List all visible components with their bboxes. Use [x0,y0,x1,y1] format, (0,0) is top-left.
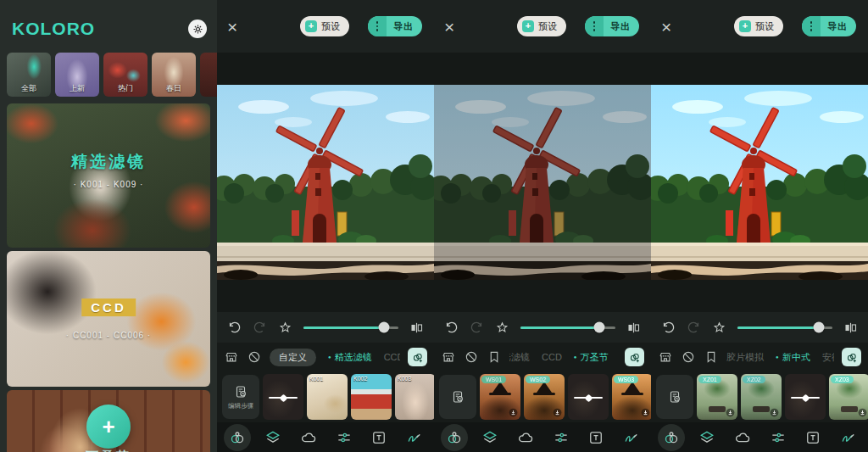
intensity-slider[interactable] [520,321,615,333]
preset-button[interactable]: +预设 [517,16,566,36]
download-icon[interactable] [552,407,563,418]
download-icon[interactable] [725,407,736,418]
filter-thumb[interactable]: K001 [307,374,348,420]
undo-icon[interactable] [227,321,242,335]
filters-tool-icon[interactable] [441,424,468,451]
filter-thumb[interactable]: XZ01 [697,374,737,420]
favorite-star-icon[interactable] [278,321,292,335]
preset-button[interactable]: +预设 [300,16,349,36]
close-icon[interactable]: × [444,18,463,36]
filter-thumb[interactable]: WS03 [612,374,651,420]
no-filter-icon[interactable] [681,349,696,365]
pack-featured-filters[interactable]: 精选滤镜 · K001 - K009 · [7,103,210,248]
favorite-star-icon[interactable] [712,321,726,335]
filter-thumb[interactable]: XZ02 [741,374,782,420]
tab-halloween[interactable]: 万圣节 [574,351,609,364]
pack-ccd[interactable]: CCD · CC001 - CC006 · [7,251,210,387]
compare-icon[interactable] [626,321,641,335]
thumb-intensity-slider[interactable] [791,397,820,399]
adjust-tool-icon[interactable] [548,425,574,450]
signature-tool-icon[interactable] [836,425,861,450]
tab-ccd[interactable]: CCD [384,352,400,362]
bookmark-icon[interactable] [487,349,502,365]
slider-knob[interactable] [593,322,604,333]
compare-icon[interactable] [843,321,858,335]
filter-thumb[interactable]: K003 [395,374,434,420]
close-icon[interactable]: × [227,18,246,36]
category-all[interactable]: 全部 [7,53,51,97]
cloud-tool-icon[interactable] [513,425,538,450]
category-new[interactable]: 上新 [55,53,99,97]
filter-shop-icon[interactable] [224,349,239,365]
filter-thumb[interactable]: WS02 [524,374,565,420]
slider-knob[interactable] [379,322,390,333]
text-tool-icon[interactable] [583,425,609,450]
filters-tool-icon[interactable] [658,424,685,451]
adjust-tool-icon[interactable] [765,425,791,450]
text-tool-icon[interactable] [366,425,392,450]
compare-icon[interactable] [409,321,424,335]
filter-thumb-selected[interactable] [568,374,609,420]
text-tool-icon[interactable] [800,425,826,450]
slider-knob[interactable] [814,322,825,333]
tab-film-simulation[interactable]: 胶片模拟 [726,351,764,364]
adjust-tool-icon[interactable] [331,425,357,450]
tab-featured[interactable]: 精选滤镜 [328,351,372,364]
signature-tool-icon[interactable] [402,425,427,450]
download-icon[interactable] [857,407,868,418]
thumb-intensity-slider[interactable] [269,397,298,399]
filter-thumb[interactable]: WS01 [480,374,520,420]
settings-button[interactable] [188,20,207,38]
favorite-star-icon[interactable] [495,321,509,335]
filters-tool-icon[interactable] [224,424,251,451]
signature-tool-icon[interactable] [619,425,644,450]
category-hot[interactable]: 热门 [103,53,147,97]
no-filter-icon[interactable] [464,349,479,365]
layers-tool-icon[interactable] [260,425,286,450]
redo-icon[interactable] [687,321,701,335]
layers-tool-icon[interactable] [477,425,503,450]
filter-thumb[interactable]: XZ03 [829,374,868,420]
more-options-icon[interactable] [585,16,604,36]
redo-icon[interactable] [253,321,267,335]
export-button[interactable]: 导出 [368,16,422,36]
filter-thumb-selected[interactable] [785,374,826,420]
download-icon[interactable] [769,407,780,418]
intensity-slider[interactable] [303,321,398,333]
filter-thumb[interactable]: K002 [351,374,392,420]
bookmark-icon[interactable] [704,349,719,365]
edit-steps-button[interactable]: 编辑步骤 [222,375,259,419]
get-more-filters-icon[interactable] [842,348,861,366]
layers-tool-icon[interactable] [694,425,720,450]
download-icon[interactable] [640,407,651,418]
add-button[interactable]: + [86,405,131,449]
export-button[interactable]: 导出 [585,16,639,36]
more-options-icon[interactable] [802,16,821,36]
undo-icon[interactable] [661,321,676,335]
get-more-filters-icon[interactable] [625,348,644,366]
edit-steps-button[interactable] [656,375,693,419]
filter-shop-icon[interactable] [441,349,456,365]
filter-shop-icon[interactable] [658,349,673,365]
category-partial[interactable] [200,53,217,97]
cloud-tool-icon[interactable] [730,425,755,450]
export-button[interactable]: 导出 [802,16,856,36]
download-icon[interactable] [508,407,519,418]
undo-icon[interactable] [444,321,459,335]
close-icon[interactable]: × [661,18,680,36]
edit-steps-button[interactable] [439,375,476,419]
get-more-filters-icon[interactable] [408,348,427,366]
tab-featured[interactable]: 精选滤镜 [509,351,530,364]
more-options-icon[interactable] [368,16,387,36]
tab-custom[interactable]: 自定义 [270,349,316,366]
preset-button[interactable]: +预设 [734,16,783,36]
no-filter-icon[interactable] [247,349,262,365]
thumb-intensity-slider[interactable] [574,397,603,399]
category-spring[interactable]: 春日 [152,53,196,97]
tab-anderson[interactable]: 安德森 [822,351,834,364]
redo-icon[interactable] [470,321,484,335]
cloud-tool-icon[interactable] [296,425,321,450]
tab-ccd[interactable]: CCD [542,352,562,362]
filter-thumb-selected[interactable] [263,374,303,420]
intensity-slider[interactable] [737,321,832,333]
